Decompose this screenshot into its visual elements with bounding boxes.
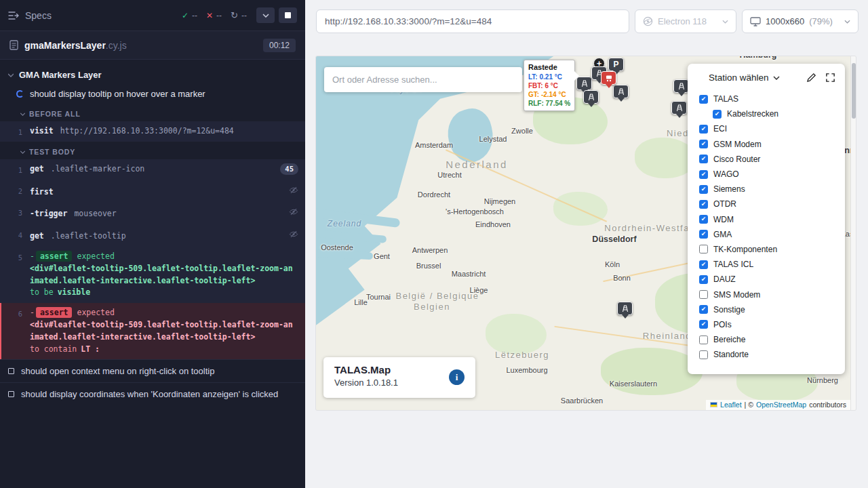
- specs-label[interactable]: Specs: [25, 10, 52, 21]
- pylon-icon: [621, 305, 629, 312]
- station-panel-header: Station wählen: [699, 73, 838, 83]
- station-item[interactable]: ✔TALAS: [699, 92, 838, 106]
- station-item[interactable]: ✔Siemens: [699, 182, 838, 197]
- command-row[interactable]: 4 get .leaflet-tooltip: [0, 224, 305, 247]
- station-item[interactable]: ✔WAGO: [699, 167, 838, 182]
- checkbox-checked-icon[interactable]: ✔: [699, 140, 708, 148]
- checkbox-checked-icon[interactable]: ✔: [699, 230, 708, 239]
- station-item[interactable]: ✔GSM Modem: [699, 137, 838, 152]
- edit-pencil-icon[interactable]: [806, 73, 816, 83]
- station-label: TALAS ICL: [713, 260, 753, 269]
- checkbox-checked-icon[interactable]: ✔: [699, 320, 708, 329]
- assert-pill: assert: [36, 251, 73, 262]
- viewport-selector[interactable]: 1000x660 (79%): [742, 9, 859, 33]
- fullscreen-expand-icon[interactable]: [825, 73, 835, 83]
- browser-selector[interactable]: Electron 118: [635, 9, 736, 33]
- search-input[interactable]: [332, 75, 514, 85]
- command-row-assert-passed[interactable]: 5 - assert expected <div#leaflet-tooltip…: [0, 247, 305, 303]
- station-item[interactable]: ✔OTDR: [699, 197, 838, 211]
- checkbox-checked-icon[interactable]: ✔: [699, 305, 708, 314]
- station-marker[interactable]: [671, 101, 687, 115]
- checkbox-checked-icon[interactable]: ✔: [699, 170, 708, 179]
- spec-row[interactable]: gmaMarkersLayer.cy.js 00:12: [0, 31, 305, 60]
- station-select-label[interactable]: Station wählen: [709, 73, 769, 83]
- osm-link[interactable]: OpenStreetMap: [756, 401, 806, 409]
- eye-slash-icon: [289, 228, 298, 239]
- assert-text: expected: [77, 307, 114, 319]
- spec-file-icon: [9, 40, 18, 50]
- station-item[interactable]: Standorte: [699, 347, 838, 362]
- station-item[interactable]: ✔GMA: [699, 227, 838, 242]
- command-method: -trigger: [30, 208, 67, 220]
- station-item[interactable]: ✔Kabelstrecken: [699, 106, 838, 121]
- app-scrollbar[interactable]: [850, 56, 856, 410]
- info-icon[interactable]: i: [449, 369, 465, 385]
- pending-test[interactable]: should open context menu on right-click …: [0, 359, 305, 382]
- station-item[interactable]: ✔Cisco Router: [699, 152, 838, 167]
- tooltip-row: FBT: 6 °C: [528, 81, 570, 90]
- station-item[interactable]: TK-Komponenten: [699, 242, 838, 257]
- station-marker[interactable]: [613, 85, 629, 98]
- scrollbar-thumb[interactable]: [852, 63, 856, 119]
- station-marker[interactable]: [617, 302, 633, 315]
- map-label: Gent: [374, 252, 390, 260]
- alarm-marker[interactable]: [601, 71, 616, 85]
- checkbox-unchecked-icon[interactable]: [699, 245, 708, 253]
- checkbox-checked-icon[interactable]: ✔: [699, 125, 708, 134]
- command-number: 4: [1, 228, 30, 241]
- checkbox-checked-icon[interactable]: ✔: [699, 95, 708, 104]
- station-item[interactable]: SMS Modem: [699, 287, 838, 302]
- checkbox-checked-icon[interactable]: ✔: [699, 260, 708, 269]
- station-item[interactable]: ✔TALAS ICL: [699, 257, 838, 272]
- command-row[interactable]: 2 first: [0, 180, 305, 203]
- command-row-assert-failed[interactable]: 6 - assert expected <div#leaflet-tooltip…: [0, 303, 305, 359]
- station-item[interactable]: ✔ECI: [699, 121, 838, 136]
- checkbox-checked-icon[interactable]: ✔: [699, 155, 708, 163]
- station-label: WDM: [713, 215, 734, 224]
- collapse-button[interactable]: [256, 7, 275, 23]
- pending-test[interactable]: should display coordinates when 'Koordin…: [0, 382, 305, 405]
- chevron-down-icon[interactable]: [773, 76, 780, 80]
- url-input[interactable]: [316, 9, 629, 33]
- stop-button[interactable]: [279, 7, 297, 23]
- map-terrain: [635, 138, 696, 178]
- section-test-body[interactable]: TEST BODY: [0, 142, 305, 159]
- station-item[interactable]: ✔POIs: [699, 317, 838, 332]
- device-icon: [605, 75, 613, 82]
- specs-list-icon[interactable]: [8, 11, 19, 20]
- checkbox-checked-icon[interactable]: ✔: [699, 215, 708, 224]
- command-row[interactable]: 1 get .leaflet-marker-icon 45: [0, 159, 305, 180]
- map-label: Hamburg: [740, 56, 777, 60]
- map-label: Kaiserslautern: [610, 380, 657, 388]
- station-label: ECI: [713, 124, 727, 134]
- station-label: POIs: [713, 320, 732, 329]
- checkbox-checked-icon[interactable]: ✔: [713, 110, 722, 119]
- map-label: Antwerpen: [412, 246, 448, 254]
- checkbox-unchecked-icon[interactable]: [699, 350, 708, 359]
- station-item[interactable]: ✔DAUZ: [699, 272, 838, 287]
- command-row[interactable]: 3 -trigger mouseover: [0, 202, 305, 224]
- map-label: Amsterdam: [415, 141, 453, 149]
- checkbox-unchecked-icon[interactable]: [699, 336, 708, 344]
- marker-tooltip: Rastede LT: 0.21 °C FBT: 6 °C GT: -2.14 …: [524, 60, 575, 111]
- assert-pill: assert: [36, 307, 73, 318]
- section-before-all[interactable]: BEFORE ALL: [0, 104, 305, 121]
- station-marker[interactable]: [673, 79, 689, 93]
- station-marker[interactable]: [583, 90, 599, 104]
- suite-title[interactable]: GMA Markers Layer: [0, 66, 305, 84]
- checkbox-checked-icon[interactable]: ✔: [699, 185, 708, 194]
- station-item[interactable]: ✔Sonstige: [699, 302, 838, 317]
- station-label: GMA: [713, 230, 732, 239]
- element-count-badge: 45: [280, 163, 298, 175]
- checkbox-unchecked-icon[interactable]: [699, 290, 708, 299]
- station-item[interactable]: ✔WDM: [699, 212, 838, 227]
- station-label: DAUZ: [713, 274, 736, 284]
- checkbox-checked-icon[interactable]: ✔: [699, 275, 708, 284]
- parking-marker[interactable]: P: [608, 58, 624, 71]
- command-row[interactable]: 1 visit http://192.168.10.33:3000/?m=12&…: [0, 121, 305, 142]
- leaflet-link[interactable]: Leaflet: [720, 401, 742, 409]
- station-item[interactable]: Bereiche: [699, 332, 838, 347]
- leaflet-map[interactable]: Amsterdam Utrecht Lelystad Zwolle Dordre…: [316, 56, 856, 410]
- active-test[interactable]: should display tooltip on hover over a m…: [0, 84, 305, 104]
- checkbox-checked-icon[interactable]: ✔: [699, 200, 708, 209]
